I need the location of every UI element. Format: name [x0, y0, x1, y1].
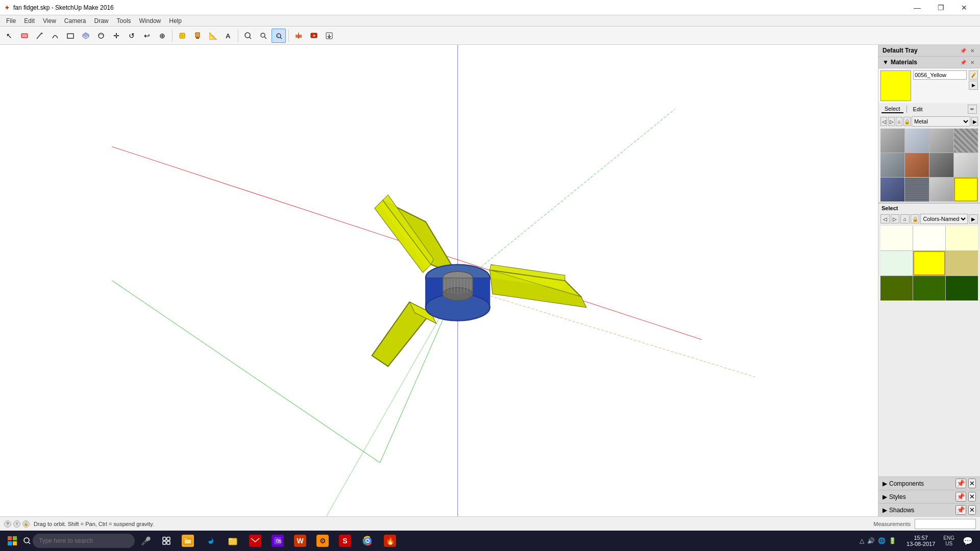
colors-category-select[interactable]: Colors-Named Metal Colors	[920, 214, 968, 224]
systray-network[interactable]: 🌐	[877, 537, 887, 544]
color-cell-2[interactable]	[913, 226, 945, 251]
taskbar-app-fileexplorer[interactable]	[178, 532, 198, 550]
menu-window[interactable]: Window	[135, 16, 165, 26]
color-cell-5[interactable]	[913, 251, 945, 276]
menu-tools[interactable]: Tools	[113, 16, 135, 26]
material-cell-4[interactable]	[954, 129, 978, 153]
menu-draw[interactable]: Draw	[90, 16, 113, 26]
orbit-tool-button[interactable]	[94, 29, 108, 43]
col-nav-home[interactable]: ⌂	[900, 214, 910, 223]
material-cell-8[interactable]	[954, 153, 978, 177]
maximize-button[interactable]: ❐	[929, 0, 952, 15]
mat-nav-back[interactable]: ◁	[880, 117, 887, 126]
taskbar-app-av[interactable]: W	[290, 532, 310, 550]
taskbar-app-mail[interactable]	[245, 532, 265, 550]
menu-camera[interactable]: Camera	[60, 16, 90, 26]
taskbar-app-store[interactable]: 🛍	[267, 532, 288, 550]
components-pin-button[interactable]: 📌	[955, 479, 966, 488]
color-cell-3[interactable]	[946, 226, 978, 251]
pencil-tool-button[interactable]	[33, 29, 47, 43]
material-name-input[interactable]	[913, 70, 967, 80]
arc-tool-button[interactable]	[48, 29, 62, 43]
taskbar-app-edge[interactable]	[200, 532, 220, 550]
search-button-taskbar[interactable]	[23, 532, 135, 550]
text-button[interactable]: A	[221, 29, 235, 43]
color-cell-8[interactable]	[913, 276, 945, 300]
move-tool-button[interactable]: ✛	[109, 29, 124, 43]
col-nav-back[interactable]: ◁	[880, 214, 890, 223]
menu-view[interactable]: View	[39, 16, 60, 26]
status-icon-1[interactable]: ?	[4, 520, 11, 528]
status-icon-3[interactable]: 🔒	[22, 520, 30, 528]
paint-bucket-button[interactable]	[190, 29, 205, 43]
material-sample-button[interactable]	[969, 70, 978, 80]
minimize-button[interactable]: —	[905, 0, 929, 15]
taskbar-search-input[interactable]	[33, 534, 135, 548]
shapes-tool-button[interactable]	[63, 29, 78, 43]
tray-pin-button[interactable]: 📌	[960, 47, 967, 54]
edit-tab-button[interactable]: Edit	[910, 106, 926, 113]
current-material-preview[interactable]	[880, 70, 911, 101]
materials-pin-button[interactable]: 📌	[960, 59, 967, 66]
taskbar-app-chrome[interactable]	[357, 532, 378, 550]
materials-collapse-arrow[interactable]: ▼	[883, 59, 889, 66]
styles-pin-button[interactable]: 📌	[955, 492, 966, 502]
viewport[interactable]	[0, 45, 878, 516]
material-cell-9[interactable]	[880, 178, 904, 202]
taskbar-app-fire[interactable]: 🔥	[380, 532, 400, 550]
taskbar-app-tools[interactable]: ⚙	[312, 532, 333, 550]
styles-header[interactable]: ▶ Styles 📌 ✕	[878, 490, 980, 503]
zoom-extents-button[interactable]: +	[272, 29, 286, 43]
status-icon-2[interactable]: !	[13, 520, 20, 528]
eraser-tool-button[interactable]	[17, 29, 32, 43]
mat-nav-lock[interactable]: 🔒	[903, 117, 911, 126]
export-button[interactable]	[322, 29, 336, 43]
measurements-input[interactable]	[915, 519, 976, 529]
mat-nav-extra[interactable]: ▶	[971, 117, 978, 126]
systray-chevron[interactable]: △	[859, 537, 865, 544]
styles-close-button[interactable]: ✕	[968, 492, 976, 502]
material-cell-7[interactable]	[929, 153, 953, 177]
select-tab-button[interactable]: Select	[881, 105, 903, 113]
material-cell-11[interactable]	[929, 178, 953, 202]
color-cell-6[interactable]	[946, 251, 978, 276]
menu-edit[interactable]: Edit	[20, 16, 39, 26]
taskview-button[interactable]	[157, 532, 176, 550]
material-arrow-button[interactable]: ▶	[969, 81, 978, 90]
material-cell-12[interactable]	[954, 178, 978, 202]
tape-measure-button[interactable]: 📐	[206, 29, 220, 43]
notification-button[interactable]: 💬	[959, 532, 977, 550]
taskbar-clock[interactable]: 15:57 13-08-2017	[902, 535, 939, 547]
material-cell-2[interactable]	[905, 129, 929, 153]
zoom-window-button[interactable]	[256, 29, 271, 43]
color-cell-7[interactable]	[880, 276, 913, 300]
color-cell-9[interactable]	[946, 276, 978, 300]
materials-close-button[interactable]: ✕	[969, 59, 976, 66]
shadows-close-button[interactable]: ✕	[968, 505, 976, 515]
start-button[interactable]	[3, 532, 21, 550]
menu-help[interactable]: Help	[165, 16, 186, 26]
col-nav-extra[interactable]: ▶	[969, 214, 978, 223]
material-cell-10[interactable]	[905, 178, 929, 202]
systray-battery[interactable]: 🔋	[888, 537, 897, 544]
material-cell-5[interactable]	[880, 153, 904, 177]
colors-scroll[interactable]	[878, 225, 980, 477]
menu-file[interactable]: File	[2, 16, 20, 26]
zoom-button[interactable]	[241, 29, 255, 43]
components-header[interactable]: ▶ Components 📌 ✕	[878, 477, 980, 490]
axes-button[interactable]: ⊕	[155, 29, 169, 43]
color-cell-4[interactable]	[880, 251, 913, 276]
mat-nav-forward[interactable]: ▷	[888, 117, 895, 126]
pushpull-tool-button[interactable]	[79, 29, 93, 43]
materials-category-select[interactable]: Metal Colors-Named Brick and Cladding Co…	[912, 116, 970, 127]
systray-volume[interactable]: 🔊	[866, 537, 876, 544]
close-button[interactable]: ✕	[952, 0, 976, 15]
rotate-tool-button[interactable]: ↺	[125, 29, 139, 43]
tray-close-button[interactable]: ✕	[969, 47, 976, 54]
material-cell-6[interactable]	[905, 153, 929, 177]
mat-nav-home[interactable]: ⌂	[896, 117, 902, 126]
undo-button[interactable]: ↩	[140, 29, 154, 43]
select-tool-button[interactable]: ↖	[2, 29, 16, 43]
shadows-header[interactable]: ▶ Shadows 📌 ✕	[878, 504, 980, 516]
section-plane-button[interactable]	[291, 29, 306, 43]
